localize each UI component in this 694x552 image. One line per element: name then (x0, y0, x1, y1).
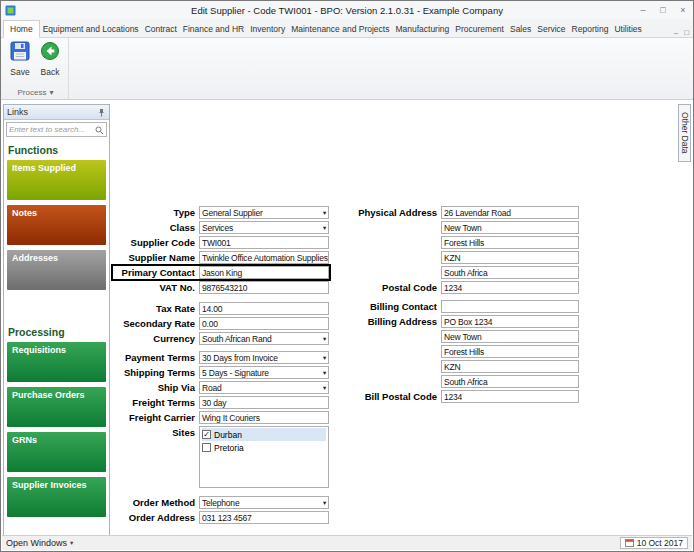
ribbon-minimize-icon[interactable]: – (674, 28, 678, 37)
currency-label: Currency (113, 333, 199, 344)
billing-contact-input[interactable] (441, 300, 579, 313)
shipping-terms-dropdown[interactable]: 5 Days - Signature▾ (199, 366, 329, 379)
billing-address-line1-input[interactable]: PO Box 1234 (441, 315, 579, 328)
billing-address-line3-input[interactable]: Forest Hills (441, 345, 579, 358)
maximize-button[interactable]: □ (653, 5, 673, 15)
open-windows-button[interactable]: Open Windows ▾ (6, 538, 73, 548)
checkbox-unchecked[interactable] (202, 443, 211, 452)
physical-address-line2-input[interactable]: New Town (441, 221, 579, 234)
tab-reporting[interactable]: Reporting (569, 21, 612, 37)
save-button-label: Save (10, 67, 29, 77)
links-panel-title: Links (7, 107, 28, 117)
tab-sales[interactable]: Sales (507, 21, 534, 37)
order-address-label: Order Address (113, 512, 199, 523)
pin-icon[interactable] (97, 108, 106, 117)
type-label: Type (113, 207, 199, 218)
tab-utilities[interactable]: Utilities (611, 21, 644, 37)
chevron-down-icon: ▾ (70, 539, 73, 547)
postal-code-input[interactable]: 1234 (441, 281, 579, 294)
minimize-button[interactable]: – (633, 5, 653, 15)
chevron-down-icon: ▾ (321, 384, 326, 392)
tab-manufacturing[interactable]: Manufacturing (392, 21, 452, 37)
freight-terms-label: Freight Terms (113, 397, 199, 408)
ribbon-tab-row: Home Equipment and Locations Contract Fi… (1, 19, 693, 38)
process-group-label: Process (18, 88, 47, 97)
tab-service[interactable]: Service (534, 21, 568, 37)
search-icon[interactable] (95, 121, 104, 139)
functions-heading: Functions (8, 144, 109, 156)
physical-address-line1-input[interactable]: 26 Lavendar Road (441, 206, 579, 219)
save-button[interactable]: Save (5, 41, 35, 77)
primary-contact-input[interactable]: Jason King (199, 266, 329, 279)
freight-terms-input[interactable]: 30 day (199, 396, 329, 409)
freight-carrier-input[interactable]: Wing It Couriers (199, 411, 329, 424)
sidebar-item-items-supplied[interactable]: Items Supplied (7, 160, 106, 200)
physical-address-line5-input[interactable]: South Africa (441, 266, 579, 279)
site-item-durban[interactable]: ✓ Durban (202, 428, 326, 441)
sidebar-search (6, 122, 107, 137)
app-window: Edit Supplier - Code TWI001 - BPO: Versi… (0, 0, 694, 552)
physical-address-label: Physical Address (341, 207, 441, 218)
billing-address-line5-input[interactable]: South Africa (441, 375, 579, 388)
billing-address-line2-input[interactable]: New Town (441, 330, 579, 343)
type-dropdown[interactable]: General Supplier▾ (199, 206, 329, 219)
sidebar-item-notes[interactable]: Notes (7, 205, 106, 245)
secondary-rate-input[interactable]: 0.00 (199, 317, 329, 330)
site-item-pretoria[interactable]: Pretoria (202, 441, 326, 454)
tab-other-data[interactable]: Other Data (678, 104, 691, 162)
tab-procurement[interactable]: Procurement (452, 21, 507, 37)
freight-carrier-label: Freight Carrier (113, 412, 199, 423)
payment-terms-label: Payment Terms (113, 352, 199, 363)
tax-rate-input[interactable]: 14.00 (199, 302, 329, 315)
chevron-down-icon: ▾ (321, 354, 326, 362)
tab-inventory[interactable]: Inventory (247, 21, 288, 37)
sidebar-item-supplier-invoices[interactable]: Supplier Invoices (7, 477, 106, 517)
supplier-name-label: Supplier Name (113, 252, 199, 263)
billing-contact-label: Billing Contact (341, 301, 441, 312)
supplier-code-label: Supplier Code (113, 237, 199, 248)
chevron-down-icon: ▾ (321, 499, 326, 507)
sidebar-item-requisitions[interactable]: Requisitions (7, 342, 106, 382)
tab-maintenance-and-projects[interactable]: Maintenance and Projects (288, 21, 392, 37)
search-input[interactable] (9, 125, 95, 134)
vat-no-input[interactable]: 9876543210 (199, 281, 329, 294)
sites-label: Sites (113, 427, 199, 438)
ship-via-dropdown[interactable]: Road▾ (199, 381, 329, 394)
calendar-icon (625, 538, 634, 549)
tab-equipment-and-locations[interactable]: Equipment and Locations (40, 21, 142, 37)
bill-postal-code-label: Bill Postal Code (341, 391, 441, 402)
tab-finance-and-hr[interactable]: Finance and HR (180, 21, 247, 37)
bill-postal-code-input[interactable]: 1234 (441, 390, 579, 403)
checkbox-checked[interactable]: ✓ (202, 430, 211, 439)
supplier-name-input[interactable]: Twinkle Office Automation Supplies (199, 251, 329, 264)
physical-address-line3-input[interactable]: Forest Hills (441, 236, 579, 249)
back-icon (40, 41, 60, 65)
title-bar: Edit Supplier - Code TWI001 - BPO: Versi… (1, 1, 693, 19)
close-button[interactable]: × (673, 5, 693, 15)
payment-terms-dropdown[interactable]: 30 Days from Invoice▾ (199, 351, 329, 364)
window-restore-icon[interactable]: □ (684, 28, 689, 37)
vat-no-label: VAT No. (113, 282, 199, 293)
supplier-form-left: Type General Supplier▾ Class Services▾ S… (113, 206, 329, 526)
supplier-code-input[interactable]: TWI001 (199, 236, 329, 249)
order-address-input[interactable]: 031 123 4567 (199, 511, 329, 524)
sidebar-item-grns[interactable]: GRNs (7, 432, 106, 472)
order-method-label: Order Method (113, 497, 199, 508)
currency-dropdown[interactable]: South African Rand▾ (199, 332, 329, 345)
class-label: Class (113, 222, 199, 233)
date-picker[interactable]: 10 Oct 2017 (620, 537, 688, 549)
tab-home[interactable]: Home (3, 20, 40, 38)
class-dropdown[interactable]: Services▾ (199, 221, 329, 234)
sidebar-item-purchase-orders[interactable]: Purchase Orders (7, 387, 106, 427)
secondary-rate-label: Secondary Rate (113, 318, 199, 329)
order-method-dropdown[interactable]: Telephone▾ (199, 496, 329, 509)
tab-contract[interactable]: Contract (142, 21, 180, 37)
sites-checklist: ✓ Durban Pretoria (199, 426, 329, 488)
sidebar-item-addresses[interactable]: Addresses (7, 250, 106, 290)
process-group: Save Back Process ▾ (3, 38, 69, 99)
billing-address-line4-input[interactable]: KZN (441, 360, 579, 373)
group-dropdown-icon[interactable]: ▾ (49, 88, 53, 97)
other-data-tab-label: Other Data (680, 112, 690, 154)
physical-address-line4-input[interactable]: KZN (441, 251, 579, 264)
back-button[interactable]: Back (35, 41, 65, 77)
